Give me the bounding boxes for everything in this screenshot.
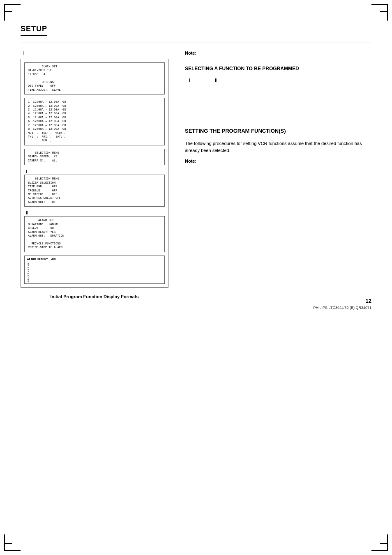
right-panel: Note: SELECTING A FUNCTION TO BE PROGRAM… (185, 51, 371, 165)
corner-decoration-bl (4, 534, 21, 551)
selection-menu-2-box: SELECTION MENU BUZZER SELECTION TAPE END… (24, 175, 165, 207)
section-divider (21, 42, 371, 42)
roman-i-mid: I (24, 168, 165, 175)
spacer-1 (185, 87, 371, 120)
roman-ii-mid: II (24, 210, 165, 216)
alarm-memory-vertical: 08>02>01>0 (27, 263, 30, 282)
roman-marker-i: I (189, 78, 190, 83)
selection-menu-1-box: SELECTION MENU SEARCH SPEED: X5 CAMERA S… (24, 149, 165, 165)
time-adjust: TIME ADJUST: SLAVE (28, 88, 161, 92)
page-number: 12 (366, 298, 371, 304)
clock-set-time: 12:00: A (28, 73, 161, 76)
clock-set-title: CLOCK SET (28, 65, 161, 69)
selecting-heading: SELECTING A FUNCTION TO BE PROGRAMMED (185, 66, 371, 71)
clock-set-blank (28, 76, 161, 80)
display-formats-box: CLOCK SET 01-01-2002 TUE 12:00: A OPTION… (21, 59, 168, 288)
clock-set-date: 01-01-2002 TUE (28, 69, 161, 72)
note-label-top: Note: (185, 51, 371, 55)
page-footer: 12 PHILIPS LTC3924/62 (E) QR34071 (314, 298, 371, 310)
program-box: 1 12:00A → 12:00A 08 2 12:00A → 12:00A 0… (24, 98, 165, 145)
clock-set-box: CLOCK SET 01-01-2002 TUE 12:00: A OPTION… (24, 62, 165, 94)
section-title: SETUP (21, 25, 47, 36)
left-panel: I CLOCK SET 01-01-2002 TUE 12:00: A OPTI… (21, 51, 168, 302)
roman-marker-ii: II (215, 78, 217, 83)
setting-heading: SETTING THE PROGRAM FUNCTION(S) (185, 128, 371, 134)
main-layout: I CLOCK SET 01-01-2002 TUE 12:00: A OPTI… (21, 51, 371, 302)
alarm-set-box: ALARM SET DURATION: MANUAL SPEED: 08 ALA… (24, 216, 165, 252)
roman-markers: I II (185, 78, 371, 83)
note-label-bottom: Note: (185, 159, 371, 164)
roman-i-label-left: I (21, 51, 168, 55)
corner-decoration-br (371, 534, 388, 551)
alarm-memory-box: ALARM MEMORY A00 08>02>01>0 (24, 256, 165, 284)
setting-description: The following procedures for setting VCR… (185, 140, 371, 154)
osd-type: OSD TYPE: OFF (28, 84, 161, 88)
options-title: OPTIONS (28, 81, 161, 84)
note-section-top: Note: (185, 51, 371, 55)
product-code: PHILIPS LTC3924/62 (E) QR34071 (314, 306, 371, 310)
display-formats-caption: Initial Program Function Display Formats (21, 292, 168, 302)
